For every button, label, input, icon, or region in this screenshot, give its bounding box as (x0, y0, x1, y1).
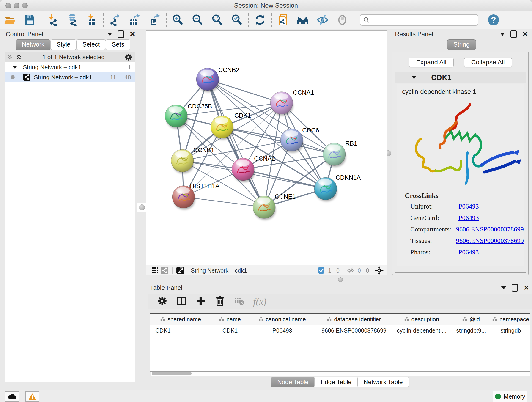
node-CDC6[interactable] (280, 129, 303, 153)
show-columns-button[interactable] (176, 296, 187, 307)
search-input[interactable] (370, 15, 478, 25)
network-collection-row[interactable]: String Network – cdk1 1 (5, 62, 135, 72)
node-CDK1[interactable] (211, 116, 234, 140)
column-header--id[interactable]: @id (451, 313, 491, 325)
zoom-in-button[interactable] (168, 13, 188, 27)
node-CDKN1A[interactable] (314, 177, 337, 201)
warnings-button[interactable] (25, 391, 39, 402)
cell-description[interactable]: cyclin-dependent ... (393, 325, 451, 336)
cloud-button[interactable] (5, 391, 19, 402)
splitter-handle-bottom[interactable] (336, 277, 345, 282)
detach-view-icon[interactable] (176, 266, 185, 275)
panel-menu-icon[interactable] (501, 286, 506, 289)
search-box[interactable] (360, 14, 478, 26)
collapse-triangle-icon[interactable] (12, 65, 17, 69)
import-table-button[interactable] (82, 13, 102, 27)
function-builder-button[interactable]: f(x) (253, 296, 266, 307)
network-canvas[interactable]: CCNB2CCNA1CDC25BCDK1CDC6RB1CCNB1CCNA2CDK… (146, 31, 387, 266)
crosslink-link-pharos-[interactable]: P06493 (458, 249, 479, 256)
tab-node-table[interactable]: Node Table (271, 377, 315, 387)
grid-view-icon[interactable] (151, 266, 160, 275)
protein-section-header[interactable]: CDK1 (395, 72, 526, 83)
table-settings-button[interactable] (157, 296, 167, 307)
tab-network[interactable]: Network (16, 39, 51, 50)
collapse-all-icon[interactable] (5, 53, 14, 61)
hide-selected-button[interactable] (313, 13, 332, 27)
collapse-triangle-icon[interactable] (412, 76, 417, 79)
horizontal-scrollbar[interactable] (151, 371, 530, 376)
import-network-database-button[interactable] (63, 13, 82, 27)
cell-database-identifier[interactable]: 9606.ENSP00000378699 (316, 325, 393, 336)
edge-HIST1H1A-CCNE1[interactable] (184, 197, 264, 207)
network-graph[interactable]: CCNB2CCNA1CDC25BCDK1CDC6RB1CCNB1CCNA2CDK… (146, 31, 387, 265)
crosslink-link-compartments-[interactable]: 9606.ENSP00000378699 (456, 225, 524, 233)
node-CDC25B[interactable] (165, 105, 188, 129)
cell-namespace[interactable]: stringdb (491, 325, 530, 336)
crosslink-link-tissues-[interactable]: 9606.ENSP00000378699 (456, 237, 524, 245)
save-session-button[interactable] (20, 13, 39, 27)
export-image-button[interactable] (145, 13, 165, 27)
cell-shared-name[interactable]: CDK1 (150, 325, 211, 336)
delete-column-button[interactable] (215, 296, 225, 307)
tab-edge-table[interactable]: Edge Table (314, 377, 358, 387)
tab-string[interactable]: String (447, 39, 476, 50)
node-CCNA2[interactable] (232, 158, 254, 182)
cell-name[interactable]: CDK1 (211, 325, 249, 336)
close-panel-icon[interactable]: ✕ (522, 31, 528, 37)
expand-all-icon[interactable] (14, 53, 23, 61)
node-RB1[interactable] (323, 143, 346, 167)
selected-checkbox-icon[interactable] (317, 266, 326, 275)
edge-CCNA2-CDKN1A[interactable] (243, 169, 326, 189)
column-header-description[interactable]: description (393, 313, 451, 325)
gear-icon[interactable] (124, 53, 133, 61)
column-header-namespace[interactable]: namespace (491, 313, 530, 325)
export-table-button[interactable] (125, 13, 145, 27)
column-header-database-identifier[interactable]: database identifier (316, 313, 393, 325)
close-panel-icon[interactable]: ✕ (130, 31, 135, 37)
crosslink-link-uniprot-[interactable]: P06493 (458, 203, 479, 210)
scrollbar-thumb[interactable] (152, 372, 192, 375)
memory-button[interactable]: Memory (493, 391, 527, 402)
network-share-badge-icon[interactable] (160, 266, 169, 275)
cell-canonical-name[interactable]: P06493 (249, 325, 316, 336)
export-network-icon (109, 13, 122, 26)
table-row[interactable]: CDK1CDK1P064939606.ENSP00000378699cyclin… (150, 325, 530, 336)
zoom-out-button[interactable] (188, 13, 207, 27)
tab-select[interactable]: Select (76, 39, 106, 50)
import-network-file-button[interactable] (43, 13, 63, 27)
duplicate-network-button[interactable] (273, 13, 293, 27)
column-header-name[interactable]: name (211, 313, 249, 325)
column-header-canonical-name[interactable]: canonical name (249, 313, 316, 325)
node-CCNB1[interactable] (171, 149, 194, 173)
node-table[interactable]: shared namenamecanonical namedatabase id… (150, 313, 530, 371)
help-button[interactable]: ? (484, 13, 503, 27)
cell--id[interactable]: stringdb:9... (451, 325, 491, 336)
panel-menu-icon[interactable] (107, 32, 112, 36)
show-all-button[interactable] (332, 13, 352, 27)
export-network-button[interactable] (105, 13, 125, 27)
panel-menu-icon[interactable] (500, 32, 505, 36)
refresh-button[interactable] (250, 13, 270, 27)
tab-sets[interactable]: Sets (106, 39, 130, 50)
collapse-all-button[interactable]: Collapse All (464, 57, 512, 67)
node-CCNA1[interactable] (270, 92, 293, 116)
houses-button[interactable] (293, 13, 313, 27)
delete-table-button[interactable] (234, 296, 244, 307)
expand-all-button[interactable]: Expand All (409, 57, 453, 67)
zoom-fit-button[interactable] (207, 13, 227, 27)
tab-network-table[interactable]: Network Table (357, 377, 409, 387)
close-panel-icon[interactable]: ✕ (524, 285, 529, 291)
add-column-button[interactable] (196, 296, 206, 307)
float-panel-icon[interactable] (510, 31, 517, 38)
column-header-shared-name[interactable]: shared name (150, 313, 211, 325)
splitter-handle-left[interactable] (137, 203, 146, 212)
zoom-selected-button[interactable] (227, 13, 247, 27)
crosslink-link-genecard-[interactable]: P06493 (458, 214, 479, 222)
tab-style[interactable]: Style (51, 39, 76, 50)
pan-crosshair-icon[interactable] (375, 266, 384, 275)
node-CCNE1[interactable] (253, 196, 276, 220)
float-panel-icon[interactable] (118, 31, 124, 38)
open-session-button[interactable] (0, 13, 20, 27)
network-row-selected[interactable]: String Network – cdk1 11 48 (5, 72, 135, 82)
float-panel-icon[interactable] (512, 284, 518, 292)
